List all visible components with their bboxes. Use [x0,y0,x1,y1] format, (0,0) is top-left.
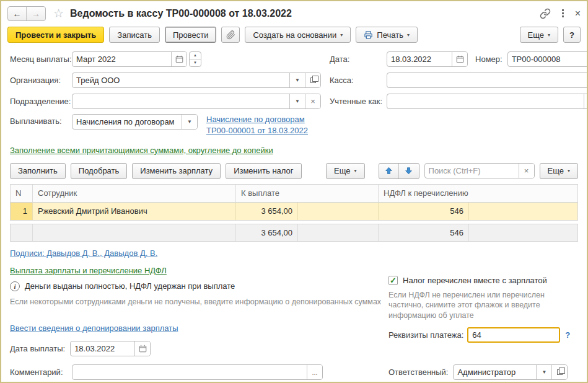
document-window: ← → ☆ Ведомость в кассу ТР00-000008 от 1… [0,0,588,383]
help-button[interactable]: ? [563,27,581,43]
table-row[interactable]: 1 Ржевский Дмитрий Иванович 3 654,00 546 [11,203,577,220]
organization-field: ▼ [72,73,321,88]
header-form: Месяц выплаты: ▲ ▼ Дата: [1,47,587,139]
link-icon[interactable] [540,8,551,19]
comment-input[interactable] [72,365,307,379]
accounted-as-label: Учтенные как: [330,97,387,106]
column-header-n[interactable]: N [11,185,33,202]
date-input[interactable] [387,52,452,66]
help-link[interactable]: ? [565,330,570,340]
payout-status-text: Деньги выданы полностью, НДФЛ удержан пр… [25,281,235,291]
printer-icon [364,30,373,40]
calendar-icon[interactable] [134,341,150,356]
table-more-button-right[interactable]: Еще ▾ [540,163,578,179]
save-button[interactable]: Записать [109,27,160,43]
change-tax-button[interactable]: Изменить налог [226,163,301,179]
totals-row: 3 654,00 546 [10,224,578,242]
row-move-buttons [379,163,419,179]
accrual-document-link[interactable]: Начисление по договорам [206,115,305,124]
accrual-document-link-line2[interactable]: ТР00-000001 от 18.03.2022 [206,126,308,135]
tax-transferred-label: Налог перечислен вместе с зарплатой [403,276,547,285]
attachments-button[interactable] [221,27,240,43]
totals-ndfl: 546 [379,224,469,241]
column-header-payout[interactable]: К выплате [236,185,379,202]
post-and-close-button[interactable]: Провести и закрыть [7,27,104,43]
pick-button[interactable]: Подобрать [71,163,127,179]
department-field: ▼ × [72,94,321,109]
organization-label: Организация: [10,76,72,85]
requisites-input[interactable] [467,327,560,343]
post-button[interactable]: Провести [165,27,217,43]
date-label: Дата: [330,55,387,64]
row-number-cell: 1 [11,203,33,220]
deposit-link[interactable]: Ввести сведения о депонировании зарплаты [10,324,178,333]
history-nav: ← → [7,6,46,21]
clear-icon[interactable]: × [305,94,320,108]
responsible-input[interactable] [454,365,536,379]
search-clear-icon[interactable]: × [519,164,534,178]
month-field [72,51,187,67]
step-up-icon[interactable]: ▲ [190,52,201,59]
number-input[interactable] [508,52,588,66]
dropdown-icon[interactable]: ▼ [584,94,588,108]
more-button-top[interactable]: Еще ▾ [520,27,558,43]
number-field [507,51,588,67]
pay-date-label: Дата выплаты: [10,344,65,353]
signatures-link[interactable]: Подписи: Давыдов Д. В., Давыдов Д. В. [10,249,157,258]
chevron-down-icon: ▾ [354,168,357,174]
move-down-button[interactable] [399,164,419,178]
department-label: Подразделение: [10,97,72,106]
create-based-on-button[interactable]: Создать на основании ▾ [245,27,351,43]
month-input[interactable] [72,52,171,66]
dropdown-icon[interactable]: ▼ [289,94,305,108]
pay-what-value[interactable]: Начисления по договорам [72,115,182,129]
organization-input[interactable] [72,73,289,87]
table-more-button-left[interactable]: Еще ▾ [326,163,364,179]
date-field [387,51,468,67]
department-input[interactable] [72,94,289,108]
favorite-star-icon[interactable]: ☆ [53,6,64,20]
title-bar: ← → ☆ Ведомость в кассу ТР00-000008 от 1… [1,1,587,24]
number-label: Номер: [475,55,502,64]
table-toolbar: Заполнить Подобрать Изменить зарплату Из… [1,159,587,183]
tax-transferred-checkbox[interactable]: ✓ [388,276,398,285]
accounted-as-input[interactable] [387,94,584,108]
more-menu-icon[interactable] [561,8,565,19]
comment-expand-button[interactable]: ... [307,365,322,379]
calendar-icon[interactable] [452,52,467,66]
open-icon[interactable] [551,365,567,379]
move-up-button[interactable] [379,164,399,178]
forward-button[interactable]: → [27,7,45,20]
cashbox-field: ▼ [387,73,588,88]
dropdown-icon[interactable]: ▼ [182,115,197,129]
responsible-field: ▼ [453,364,568,380]
chevron-down-icon: ▾ [340,32,343,38]
change-salary-button[interactable]: Изменить зарплату [132,163,221,179]
payout-ndfl-link[interactable]: Выплата зарплаты и перечисление НДФЛ [10,266,167,275]
print-button[interactable]: Печать ▾ [356,27,418,43]
command-bar: Провести и закрыть Записать Провести Соз… [1,24,587,47]
dropdown-icon[interactable]: ▼ [289,73,305,87]
column-header-employee[interactable]: Сотрудник [33,185,236,202]
pay-date-input[interactable] [71,341,134,356]
comment-label: Комментарий: [10,368,72,377]
responsible-label: Ответственный: [388,368,448,377]
back-button[interactable]: ← [8,7,27,20]
cashbox-input[interactable] [387,73,588,87]
cashbox-label: Касса: [330,76,387,85]
fill-settings-link[interactable]: Заполнение всеми причитающимися суммами,… [10,144,273,157]
step-down-icon[interactable]: ▼ [190,59,201,66]
info-icon: i [10,281,20,291]
close-icon[interactable]: × [575,9,581,19]
calendar-icon[interactable] [171,52,186,66]
open-icon[interactable] [305,73,320,87]
search-field: × [424,163,535,178]
page-title: Ведомость в кассу ТР00-000008 от 18.03.2… [70,8,292,19]
fill-button[interactable]: Заполнить [10,163,66,179]
search-input[interactable] [425,164,519,178]
dropdown-icon[interactable]: ▼ [536,365,551,379]
payout-cell: 3 654,00 [236,203,298,220]
column-header-ndfl[interactable]: НДФЛ к перечислению [379,185,577,202]
ndfl-cell: 546 [379,203,469,220]
pay-what-field: Начисления по договорам ▼ [72,114,198,130]
